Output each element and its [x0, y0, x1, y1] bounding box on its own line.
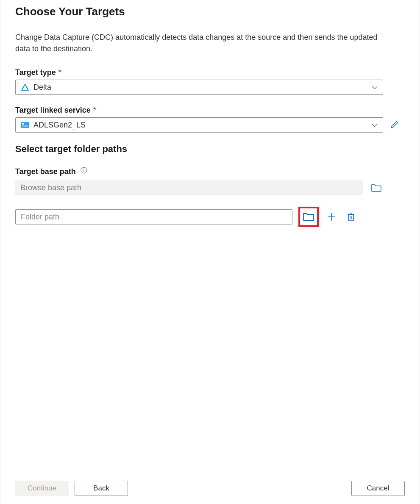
base-path-placeholder: Browse base path [20, 183, 81, 192]
svg-rect-8 [348, 214, 353, 221]
required-star: * [93, 106, 96, 115]
browse-base-path-button[interactable] [370, 181, 383, 194]
svg-rect-5 [83, 169, 84, 172]
linked-service-label: Target linked service * [15, 106, 405, 115]
continue-button: Continue [15, 481, 69, 496]
linked-service-field: Target linked service * ADLSGen2_LS [15, 106, 405, 133]
info-icon[interactable] [80, 166, 88, 174]
base-path-label: Target base path [15, 167, 405, 176]
svg-rect-2 [22, 125, 28, 127]
storage-icon [21, 121, 29, 129]
delta-icon [21, 83, 29, 91]
linked-service-dropdown[interactable]: ADLSGen2_LS [15, 117, 383, 133]
browse-folder-path-button[interactable] [302, 210, 315, 224]
folder-path-input[interactable] [15, 209, 292, 224]
required-star: * [58, 68, 61, 77]
svg-rect-1 [22, 123, 24, 125]
target-type-field: Target type * Delta [15, 68, 405, 95]
base-path-input: Browse base path [15, 180, 363, 195]
folder-path-row [15, 207, 405, 227]
chevron-down-icon [372, 121, 378, 129]
chevron-down-icon [372, 83, 378, 91]
base-path-row: Browse base path [15, 180, 405, 195]
svg-point-4 [83, 168, 84, 169]
edit-linked-service-button[interactable] [389, 120, 399, 130]
target-type-label: Target type * [15, 68, 405, 77]
target-type-dropdown[interactable]: Delta [15, 80, 383, 95]
footer-bar: Continue Back Cancel [0, 472, 420, 504]
linked-service-label-text: Target linked service [15, 106, 91, 115]
add-folder-path-button[interactable] [325, 210, 338, 224]
target-type-label-text: Target type [15, 68, 56, 77]
base-path-label-text: Target base path [15, 167, 76, 176]
page-title: Choose Your Targets [15, 5, 405, 18]
targets-panel: Choose Your Targets Change Data Capture … [0, 0, 420, 504]
page-description: Change Data Capture (CDC) automatically … [15, 32, 388, 55]
highlight-annotation [298, 207, 319, 227]
content-area: Choose Your Targets Change Data Capture … [0, 0, 420, 227]
folder-section-title: Select target folder paths [15, 144, 405, 155]
target-type-value: Delta [33, 83, 51, 92]
back-button[interactable]: Back [75, 481, 128, 496]
cancel-button[interactable]: Cancel [351, 481, 405, 496]
delete-folder-path-button[interactable] [344, 210, 358, 224]
linked-service-value: ADLSGen2_LS [33, 121, 86, 130]
